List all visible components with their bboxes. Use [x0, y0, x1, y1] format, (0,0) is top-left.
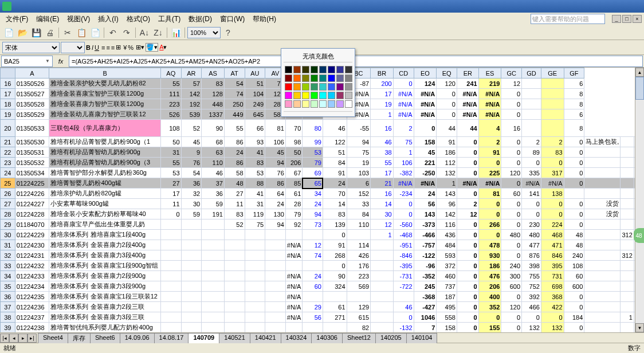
cell[interactable]: 小安素草莓味900g罐 — [49, 199, 160, 209]
cell[interactable]: 94 — [303, 209, 323, 219]
cell[interactable] — [181, 219, 202, 230]
cell[interactable] — [621, 189, 634, 199]
column-header[interactable]: AT — [224, 68, 245, 79]
cell[interactable]: 495 — [437, 302, 457, 312]
cell[interactable]: 24 — [303, 271, 323, 281]
cell[interactable]: 2 — [393, 120, 414, 137]
cell[interactable]: 120 — [501, 168, 522, 178]
cell[interactable]: 158 — [414, 137, 437, 147]
cell[interactable] — [621, 302, 634, 312]
column-header[interactable]: GC — [501, 68, 522, 79]
cell[interactable] — [160, 219, 181, 230]
cell[interactable]: 0 — [457, 302, 478, 312]
menu-item[interactable]: 数据(D) — [185, 13, 215, 25]
cell[interactable] — [160, 312, 181, 323]
sheet-tab[interactable]: 140324 — [281, 333, 312, 343]
sheet-tab[interactable]: 14.09.06 — [120, 333, 155, 343]
cell[interactable]: 28 — [285, 199, 302, 209]
column-header[interactable]: GD — [522, 68, 541, 79]
cell[interactable] — [621, 292, 634, 302]
cell[interactable] — [224, 292, 245, 302]
cell[interactable]: 436 — [437, 230, 457, 240]
row-header[interactable]: 37 — [1, 302, 15, 312]
cell[interactable]: 600 — [501, 281, 522, 292]
cell[interactable]: 0 — [457, 158, 478, 168]
font-size-select[interactable] — [61, 42, 85, 53]
row-header[interactable]: 18 — [1, 99, 15, 109]
cell[interactable] — [160, 281, 181, 292]
cell[interactable]: 0 — [501, 109, 522, 120]
cell[interactable]: 240 — [564, 250, 584, 261]
cell[interactable]: -250 — [414, 168, 437, 178]
column-header[interactable]: AR — [181, 68, 202, 79]
cell[interactable]: 0 — [501, 137, 522, 147]
row-header[interactable]: 31 — [1, 240, 15, 250]
cell[interactable]: 0 — [564, 209, 584, 219]
align-left-icon[interactable]: ≡ — [101, 44, 105, 51]
cell[interactable]: #N/A — [522, 178, 541, 189]
cell[interactable]: 120 — [501, 302, 522, 312]
cell[interactable]: 0 — [564, 147, 584, 158]
cell[interactable]: 930 — [478, 250, 501, 261]
cell[interactable]: 0 — [501, 158, 522, 168]
color-swatch[interactable] — [336, 92, 344, 99]
cell[interactable] — [245, 240, 265, 250]
sheet-tab[interactable]: 140421 — [250, 333, 281, 343]
cell[interactable]: 52 — [181, 120, 202, 137]
color-swatch[interactable] — [302, 66, 309, 73]
cell[interactable]: 241 — [457, 79, 478, 89]
cell[interactable] — [224, 312, 245, 323]
formula-input[interactable]: =(AG25+AH25+AI25+AJ25+AK25+AL25+AM25+AN2… — [69, 56, 643, 67]
column-header[interactable]: AU — [245, 68, 265, 79]
column-header[interactable]: EQ — [437, 68, 457, 79]
cell[interactable]: 34 — [303, 189, 323, 199]
cell[interactable]: #N/A — [393, 89, 414, 99]
cell[interactable]: 14 — [371, 199, 394, 209]
cell[interactable]: 6 — [564, 109, 584, 120]
cell[interactable]: 448 — [202, 99, 225, 109]
cell[interactable] — [202, 271, 225, 281]
cell[interactable] — [224, 281, 245, 292]
cell[interactable]: 没货 — [584, 199, 621, 209]
cell[interactable]: #N/A — [393, 109, 414, 120]
cell[interactable]: -132 — [393, 323, 414, 333]
cell[interactable]: 01224227 — [15, 199, 49, 209]
cell[interactable] — [224, 230, 245, 240]
cell[interactable]: 460 — [437, 271, 457, 281]
cell[interactable]: 75 — [347, 147, 371, 158]
cell[interactable] — [245, 250, 265, 261]
cell[interactable]: -368 — [414, 292, 437, 302]
cell[interactable]: 116 — [437, 219, 457, 230]
cell[interactable]: 81 — [265, 120, 286, 137]
cell[interactable]: 132 — [541, 323, 564, 333]
color-swatch[interactable] — [311, 66, 318, 73]
column-header[interactable]: AQ — [160, 68, 181, 79]
cell[interactable]: 0 — [501, 99, 522, 109]
cell[interactable]: 187 — [437, 292, 457, 302]
cell[interactable]: 19 — [347, 158, 371, 168]
cell[interactable]: 186 — [437, 147, 457, 158]
cell[interactable]: 142 — [181, 89, 202, 99]
cell[interactable]: 24 — [323, 178, 347, 189]
align-right-icon[interactable]: ≡ — [111, 44, 115, 51]
cell[interactable]: 01224225 — [15, 178, 49, 189]
scroll-thumb[interactable] — [635, 77, 644, 100]
cell[interactable]: 雅培金装亲护较大婴儿幼儿奶粉82 — [49, 79, 160, 89]
cell[interactable]: 01350529 — [15, 109, 49, 120]
cell[interactable] — [245, 312, 265, 323]
cell[interactable]: 8 — [564, 99, 584, 109]
cell[interactable]: 01184070 — [15, 219, 49, 230]
cell[interactable]: 395 — [541, 261, 564, 271]
cell[interactable]: 56 — [414, 199, 437, 209]
cell[interactable]: 2 — [478, 137, 501, 147]
cell[interactable] — [371, 271, 394, 281]
minimize-button[interactable]: _ — [612, 15, 621, 23]
cell[interactable]: 0 — [501, 323, 522, 333]
cell[interactable]: 46 — [202, 168, 225, 178]
cell[interactable]: 01224238 — [15, 323, 49, 333]
cell[interactable]: 466 — [522, 302, 541, 312]
color-swatch[interactable] — [285, 83, 292, 91]
cell[interactable] — [621, 137, 634, 147]
cell[interactable] — [584, 230, 621, 240]
cell[interactable] — [160, 261, 181, 271]
